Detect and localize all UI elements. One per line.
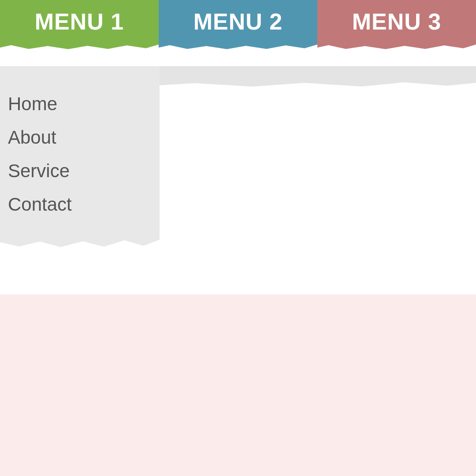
nav-tab-label: MENU 1 [35,8,124,35]
dropdown-menu: Home About Service Contact [0,66,160,238]
nav-tab-menu-3[interactable]: MENU 3 [317,0,476,43]
dropdown-item-label: Service [8,160,70,181]
nav-tab-label: MENU 2 [193,8,283,35]
dropdown-item-label: Contact [8,194,72,215]
dropdown-item-label: Home [8,93,57,114]
nav-tab-label: MENU 3 [352,8,441,35]
nav-tab-menu-1[interactable]: MENU 1 [0,0,159,43]
dropdown-item-contact[interactable]: Contact [8,188,152,221]
dropdown-item-home[interactable]: Home [8,87,152,121]
dropdown-item-service[interactable]: Service [8,154,152,188]
top-navigation: MENU 1 MENU 2 MENU 3 [0,0,476,43]
content-panel [0,294,476,476]
dropdown-item-label: About [8,127,56,148]
dropdown-item-about[interactable]: About [8,121,152,154]
nav-tab-menu-2[interactable]: MENU 2 [159,0,317,43]
